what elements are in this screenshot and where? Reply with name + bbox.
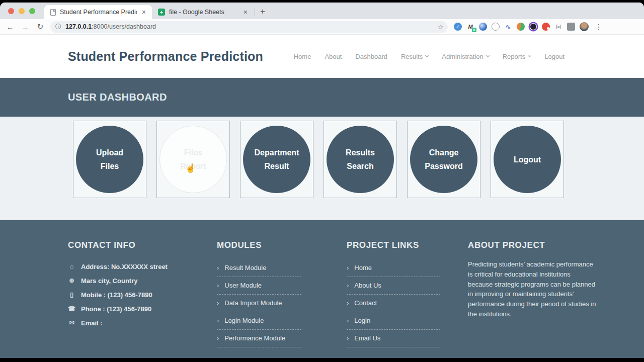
tab-google-sheets[interactable]: + file - Google Sheets × (152, 5, 254, 19)
chevron-right-icon: › (347, 264, 349, 272)
wave-extension-icon[interactable]: ∿ (504, 23, 512, 31)
home-icon: ⌂ (68, 263, 75, 270)
tab-student-performance[interactable]: Student Performance Predictio × (44, 5, 152, 19)
contact-text: Phone : (123) 456-7890 (81, 305, 151, 313)
project-link-contact[interactable]: › Contact (347, 295, 440, 312)
footer-heading: ABOUT PROJECT (468, 240, 596, 250)
site-header: Student Performance Prediction Home Abou… (0, 35, 644, 78)
main-nav: Home About Dashboard Results Administrat… (294, 53, 565, 60)
link-label: Email Us (354, 334, 380, 342)
link-label: Home (354, 264, 372, 272)
chevron-right-icon: › (347, 317, 349, 324)
minimize-window-button[interactable] (19, 8, 25, 14)
tile-circle: Files Report (159, 126, 227, 193)
contact-text: Mobile : (123) 456-7890 (81, 291, 152, 299)
nav-label: Results (401, 53, 423, 60)
shield-extension-icon[interactable] (567, 23, 575, 31)
m-extension-badge: 8 (472, 28, 476, 32)
link-label: About Us (354, 282, 381, 289)
nav-item-administration[interactable]: Administration (442, 53, 489, 60)
new-tab-button[interactable]: + (258, 7, 269, 19)
bird-extension-icon[interactable] (517, 23, 525, 31)
lens-extension-icon[interactable] (529, 23, 537, 31)
bookmark-star-icon[interactable]: ☆ (438, 23, 444, 31)
contact-city: ⊕ Mars city, Country (68, 274, 211, 288)
nav-label: Home (294, 53, 311, 60)
nav-item-dashboard[interactable]: Dashboard (355, 53, 387, 60)
footer-heading: CONTACT INFO (68, 240, 211, 250)
record-extension-icon[interactable] (492, 23, 500, 31)
swirl-extension-icon[interactable] (479, 23, 487, 31)
red-extension-icon[interactable] (542, 23, 550, 31)
footer-heading: MODULES (217, 240, 301, 250)
nav-label: Reports (503, 53, 526, 60)
nav-label: Administration (442, 53, 483, 60)
mobile-icon: ▯ (68, 291, 75, 298)
tile-label: Logout (514, 153, 541, 166)
site-info-icon[interactable]: ⓘ (55, 23, 61, 31)
footer-modules-column: MODULES › Result Module › User Module › … (217, 240, 301, 347)
phone-icon: ☎ (68, 305, 75, 312)
contact-email: ✉ Email : (68, 316, 211, 330)
forward-button[interactable]: → (20, 23, 30, 31)
braces-extension-icon[interactable]: {=} (554, 23, 562, 31)
browser-toolbar: ← → ↻ ⓘ 127.0.0.1:8000/users/dashboard ☆… (0, 19, 644, 35)
chevron-right-icon: › (217, 299, 219, 307)
profile-avatar[interactable] (580, 22, 589, 31)
back-button[interactable]: ← (5, 23, 15, 31)
tab-title: file - Google Sheets (169, 9, 238, 16)
nav-label: Dashboard (355, 53, 387, 60)
reload-button[interactable]: ↻ (35, 22, 45, 31)
document-favicon-icon (50, 9, 56, 16)
browser-window: Student Performance Predictio × + file -… (0, 3, 644, 358)
chevron-down-icon (425, 54, 429, 57)
window-controls (0, 3, 44, 19)
tile-upload-files[interactable]: Upload Files (73, 121, 146, 198)
footer-heading: PROJECT LINKS (347, 240, 440, 250)
close-window-button[interactable] (8, 8, 14, 14)
module-link-performance[interactable]: › Performance Module (217, 330, 301, 347)
tile-department-result[interactable]: Department Result (240, 121, 313, 198)
tile-results-search[interactable]: Results Search (324, 121, 397, 198)
footer-contact-column: CONTACT INFO ⌂ Address: No.XXXXXX street… (68, 240, 211, 330)
link-label: Login Module (224, 317, 264, 324)
nav-item-about[interactable]: About (325, 53, 342, 60)
nav-item-reports[interactable]: Reports (503, 53, 531, 60)
project-link-email-us[interactable]: › Email Us (347, 330, 440, 347)
module-link-data-import[interactable]: › Data Import Module (217, 295, 301, 312)
close-tab-icon[interactable]: × (243, 8, 249, 16)
tab-title: Student Performance Predictio (60, 9, 137, 16)
chevron-right-icon: › (347, 299, 349, 307)
tile-files-report[interactable]: Files Report (156, 121, 230, 198)
nav-item-results[interactable]: Results (401, 53, 428, 60)
check-extension-icon[interactable]: ✓ (454, 23, 462, 31)
dashboard-tiles: Upload Files Files Report Department Res… (0, 117, 644, 220)
m-extension-icon[interactable]: M8 (466, 23, 474, 31)
tile-label: Files (184, 146, 202, 159)
module-link-user[interactable]: › User Module (217, 277, 301, 295)
module-link-login[interactable]: › Login Module (217, 312, 301, 330)
tab-strip: Student Performance Predictio × + file -… (0, 3, 644, 19)
tile-label: Change (429, 146, 459, 159)
banner-title: USER DASHBOARD (68, 92, 167, 103)
tile-change-password[interactable]: Change Password (407, 121, 480, 198)
tile-circle: Results Search (327, 126, 394, 193)
module-link-result[interactable]: › Result Module (217, 259, 301, 277)
close-tab-icon[interactable]: × (141, 8, 147, 16)
project-link-login[interactable]: › Login (347, 312, 440, 330)
nav-item-logout[interactable]: Logout (544, 53, 565, 60)
address-bar[interactable]: ⓘ 127.0.0.1:8000/users/dashboard ☆ (50, 21, 448, 33)
link-label: Login (354, 317, 370, 324)
chevron-right-icon: › (217, 317, 219, 324)
nav-item-home[interactable]: Home (294, 53, 311, 60)
link-label: User Module (224, 282, 262, 289)
maximize-window-button[interactable] (29, 8, 35, 14)
contact-text: Mars city, Country (81, 277, 137, 285)
project-link-about-us[interactable]: › About Us (347, 277, 440, 295)
browser-menu-icon[interactable]: ⋮ (593, 23, 604, 31)
tile-logout[interactable]: Logout (491, 121, 564, 198)
tab-separator (255, 8, 255, 16)
contact-address: ⌂ Address: No.XXXXXX street (68, 259, 211, 274)
project-link-home[interactable]: › Home (347, 259, 440, 277)
contact-text: Address: No.XXXXXX street (81, 263, 168, 270)
